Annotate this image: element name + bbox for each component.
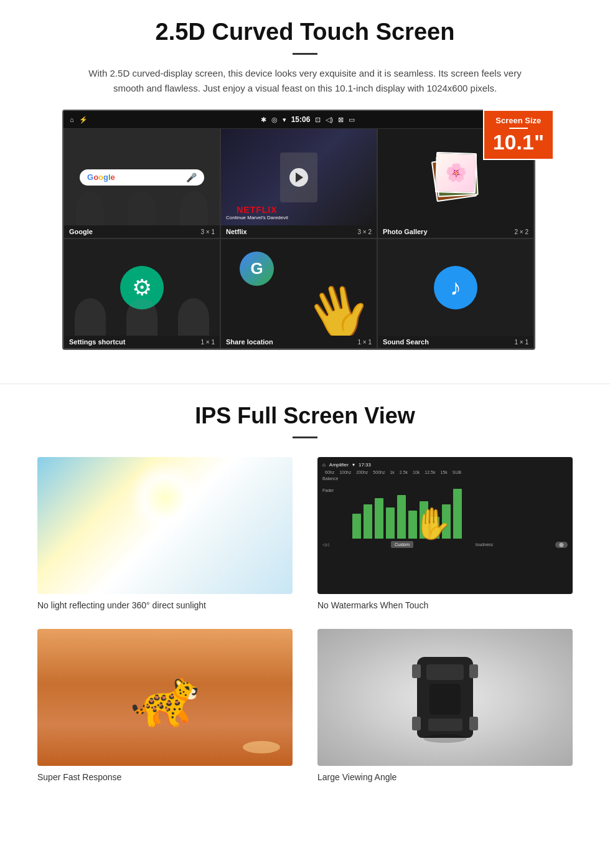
cheetah-visual: 🐆 bbox=[37, 629, 293, 766]
app-cell-share[interactable]: G 🖐 Share location 1 × 1 bbox=[220, 238, 377, 349]
car-roof bbox=[429, 684, 461, 715]
play-triangle bbox=[296, 172, 303, 182]
amp-balance-label: Balance bbox=[322, 476, 347, 481]
amp-left-labels: Balance Fader bbox=[322, 476, 347, 539]
app-grid-row2: ⚙ Settings shortcut 1 × 1 bbox=[63, 238, 534, 349]
feature-sunlight: No light reflecting under 360° direct su… bbox=[37, 457, 293, 610]
car-windshield bbox=[426, 664, 464, 680]
photo-stack: 🌸 bbox=[431, 153, 481, 202]
cheetah-image: 🐆 bbox=[37, 629, 293, 766]
home-icon: ⌂ bbox=[70, 116, 74, 123]
sunlight-image bbox=[37, 457, 293, 594]
car-image bbox=[317, 629, 573, 766]
car-wheel-rear-right bbox=[469, 717, 478, 730]
camera-icon: ⊡ bbox=[315, 116, 321, 124]
badge-title-text: Screen Size bbox=[493, 116, 544, 125]
car-body bbox=[417, 657, 473, 738]
bg-sil2 bbox=[126, 298, 157, 336]
share-app-dim: 1 × 1 bbox=[357, 339, 372, 346]
share-label-row: Share location 1 × 1 bbox=[221, 336, 377, 348]
section2-title-underline bbox=[293, 436, 317, 438]
amplifier-visual: ⌂ Amplifier ▾ 17:33 60hz100hz200hz500hz1… bbox=[317, 457, 573, 594]
netflix-app-name: Netflix bbox=[226, 228, 247, 235]
usb-icon: ⚡ bbox=[79, 116, 88, 124]
car-shadow bbox=[423, 734, 467, 743]
car-wheel-rear-left bbox=[412, 717, 421, 730]
sound-cell-content: ♪ bbox=[378, 239, 533, 336]
app-cell-netflix[interactable]: NETFLIX Continue Marvel's Daredevil Netf… bbox=[220, 128, 377, 238]
google-app-name: Google bbox=[69, 228, 93, 235]
amp-bar-2 bbox=[364, 504, 372, 539]
amp-bar-3 bbox=[375, 498, 383, 539]
feature-car: Large Viewing Angle bbox=[317, 629, 573, 782]
amp-bar-10 bbox=[453, 489, 462, 539]
app-cell-google[interactable]: Google 🎤 Google 3 × 1 bbox=[63, 128, 220, 238]
amp-home-icon: ⌂ bbox=[322, 462, 326, 468]
car-wheel-front-right bbox=[469, 664, 478, 678]
section2-title: IPS Full Screen View bbox=[25, 403, 585, 429]
volume-icon: ◁) bbox=[326, 116, 333, 124]
location-icon: ◎ bbox=[271, 116, 278, 124]
status-bar-center: ✱ ◎ ▾ 15:06 ⊡ ◁) ⊠ ▭ bbox=[88, 115, 528, 124]
amp-fader-label: Fader bbox=[322, 488, 347, 493]
silhouette1 bbox=[76, 191, 104, 225]
maps-g-icon: G bbox=[240, 252, 274, 286]
section-curved-screen: 2.5D Curved Touch Screen With 2.5D curve… bbox=[0, 0, 610, 365]
window-icon: ▭ bbox=[349, 116, 355, 124]
section1-title-underline bbox=[293, 53, 317, 55]
sound-app-name: Sound Search bbox=[383, 338, 429, 346]
section1-description: With 2.5D curved-display screen, this de… bbox=[87, 66, 523, 96]
amp-bar-4 bbox=[386, 507, 395, 539]
wifi-icon: ▾ bbox=[283, 116, 286, 124]
netflix-logo: NETFLIX bbox=[226, 205, 288, 215]
sunlight-visual bbox=[37, 457, 293, 594]
mic-icon: 🎤 bbox=[186, 172, 197, 182]
google-bg-silhouettes bbox=[64, 191, 220, 225]
app-grid-row1: Google 🎤 Google 3 × 1 bbox=[63, 128, 534, 238]
google-cell-content: Google 🎤 bbox=[64, 129, 220, 225]
amp-toggle[interactable]: ⬤ bbox=[555, 542, 568, 548]
settings-cell-content: ⚙ bbox=[64, 239, 220, 336]
settings-label-row: Settings shortcut 1 × 1 bbox=[64, 336, 220, 348]
app-cell-sound[interactable]: ♪ Sound Search 1 × 1 bbox=[377, 238, 534, 349]
badge-size-value: 10.1" bbox=[493, 131, 544, 153]
gallery-app-dim: 2 × 2 bbox=[514, 229, 528, 235]
status-bar-left: ⌂ ⚡ bbox=[70, 116, 88, 124]
status-bar: ⌂ ⚡ ✱ ◎ ▾ 15:06 ⊡ ◁) ⊠ ▭ bbox=[63, 111, 534, 128]
photo-card-3: 🌸 bbox=[435, 151, 477, 193]
share-cell-content: G 🖐 bbox=[221, 239, 377, 336]
netflix-label-row: Netflix 3 × 2 bbox=[221, 225, 377, 238]
google-search-bar[interactable]: Google 🎤 bbox=[80, 169, 204, 186]
amplifier-caption: No Watermarks When Touch bbox=[317, 600, 573, 610]
silhouette3 bbox=[180, 191, 208, 225]
amplifier-image: ⌂ Amplifier ▾ 17:33 60hz100hz200hz500hz1… bbox=[317, 457, 573, 594]
settings-app-name: Settings shortcut bbox=[69, 338, 125, 346]
car-wheel-front-left bbox=[412, 664, 421, 678]
status-time: 15:06 bbox=[291, 115, 311, 124]
bluetooth-icon: ✱ bbox=[261, 116, 266, 124]
amp-labels-side: Balance Fader bbox=[322, 476, 568, 539]
amp-freq-labels: 60hz100hz200hz500hz1k2.5k10k12.5k15kSUB bbox=[322, 470, 568, 474]
car-visual bbox=[317, 629, 573, 766]
amp-bar-5 bbox=[397, 495, 406, 539]
netflix-app-dim: 3 × 2 bbox=[357, 229, 372, 235]
dust-cloud bbox=[243, 741, 280, 753]
settings-bg-silhouettes bbox=[64, 298, 220, 336]
sound-app-dim: 1 × 1 bbox=[514, 339, 528, 346]
section-ips-screen: IPS Full Screen View No light reflecting… bbox=[0, 403, 610, 801]
sunlight-caption: No light reflecting under 360° direct su… bbox=[37, 600, 293, 610]
car-top-view bbox=[417, 657, 473, 738]
badge-underline bbox=[509, 128, 528, 129]
amp-custom-btn[interactable]: Custom bbox=[391, 541, 413, 548]
app-cell-settings[interactable]: ⚙ Settings shortcut 1 × 1 bbox=[63, 238, 220, 349]
netflix-play-button[interactable] bbox=[289, 168, 308, 187]
share-app-name: Share location bbox=[226, 338, 273, 346]
bg-sil1 bbox=[75, 298, 106, 336]
feature-amplifier: ⌂ Amplifier ▾ 17:33 60hz100hz200hz500hz1… bbox=[317, 457, 573, 610]
amp-wifi: ▾ bbox=[352, 462, 355, 468]
netflix-overlay: NETFLIX Continue Marvel's Daredevil bbox=[226, 205, 288, 220]
bg-sil3 bbox=[178, 298, 209, 336]
amp-title: Amplifier bbox=[329, 462, 349, 468]
amp-time: 17:33 bbox=[359, 462, 371, 468]
netflix-cell-content: NETFLIX Continue Marvel's Daredevil bbox=[221, 129, 377, 225]
